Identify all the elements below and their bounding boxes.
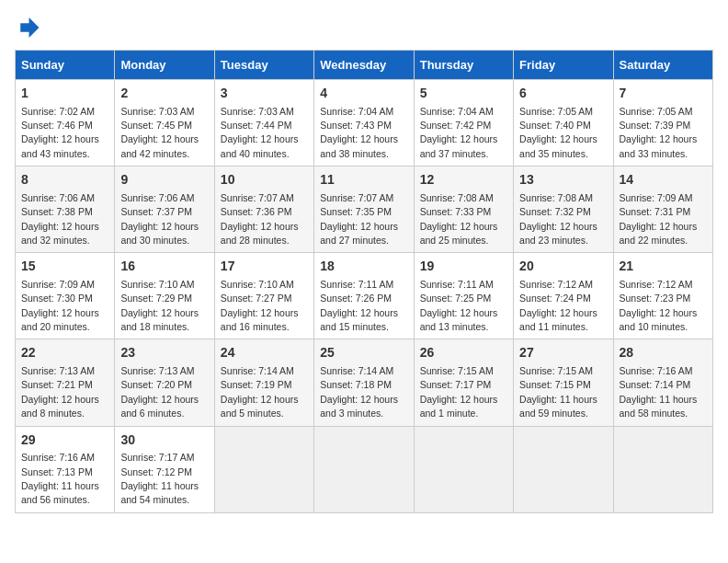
cell-info: Sunrise: 7:15 AMSunset: 7:15 PMDaylight:… (519, 365, 597, 419)
day-number: 2 (120, 85, 208, 103)
calendar-cell (414, 426, 513, 512)
calendar-cell: 18 Sunrise: 7:11 AMSunset: 7:26 PMDaylig… (314, 253, 414, 339)
cell-info: Sunrise: 7:02 AMSunset: 7:46 PMDaylight:… (21, 106, 99, 159)
day-number: 6 (519, 85, 607, 103)
calendar-cell: 6 Sunrise: 7:05 AMSunset: 7:40 PMDayligh… (514, 80, 613, 167)
day-number: 13 (519, 171, 607, 190)
cell-info: Sunrise: 7:03 AMSunset: 7:45 PMDaylight:… (120, 106, 199, 159)
calendar-cell (214, 426, 313, 512)
day-number: 24 (221, 344, 308, 362)
cell-info: Sunrise: 7:15 AMSunset: 7:17 PMDaylight:… (420, 365, 498, 419)
cell-info: Sunrise: 7:03 AMSunset: 7:44 PMDaylight:… (221, 106, 299, 159)
cell-info: Sunrise: 7:14 AMSunset: 7:19 PMDaylight:… (221, 365, 299, 419)
day-number: 12 (420, 171, 507, 190)
day-number: 15 (21, 258, 108, 276)
day-number: 11 (320, 171, 407, 190)
calendar-cell: 28 Sunrise: 7:16 AMSunset: 7:14 PMDaylig… (613, 339, 712, 426)
calendar-cell: 24 Sunrise: 7:14 AMSunset: 7:19 PMDaylig… (214, 339, 313, 426)
day-number: 1 (21, 85, 108, 103)
cell-info: Sunrise: 7:13 AMSunset: 7:20 PMDaylight:… (120, 365, 199, 419)
col-header-saturday: Saturday (613, 51, 712, 80)
cell-info: Sunrise: 7:04 AMSunset: 7:42 PMDaylight:… (420, 106, 498, 159)
cell-info: Sunrise: 7:11 AMSunset: 7:26 PMDaylight:… (320, 279, 398, 332)
day-number: 29 (21, 431, 108, 450)
calendar-cell: 2 Sunrise: 7:03 AMSunset: 7:45 PMDayligh… (115, 80, 214, 167)
calendar-cell: 19 Sunrise: 7:11 AMSunset: 7:25 PMDaylig… (414, 253, 513, 339)
day-number: 16 (120, 258, 208, 276)
day-number: 9 (120, 171, 208, 190)
day-number: 28 (620, 344, 707, 362)
day-number: 5 (420, 85, 507, 103)
cell-info: Sunrise: 7:11 AMSunset: 7:25 PMDaylight:… (420, 279, 498, 332)
day-number: 27 (519, 344, 607, 362)
calendar-cell: 26 Sunrise: 7:15 AMSunset: 7:17 PMDaylig… (414, 339, 513, 426)
day-number: 4 (320, 85, 407, 103)
cell-info: Sunrise: 7:08 AMSunset: 7:33 PMDaylight:… (420, 192, 498, 246)
day-number: 3 (221, 85, 308, 103)
cell-info: Sunrise: 7:08 AMSunset: 7:32 PMDaylight:… (519, 192, 597, 246)
col-header-monday: Monday (115, 51, 214, 80)
cell-info: Sunrise: 7:10 AMSunset: 7:29 PMDaylight:… (120, 279, 199, 332)
calendar-cell (613, 426, 712, 512)
calendar-cell: 1 Sunrise: 7:02 AMSunset: 7:46 PMDayligh… (16, 80, 115, 167)
col-header-wednesday: Wednesday (314, 51, 414, 80)
day-number: 25 (320, 344, 407, 362)
calendar-cell: 13 Sunrise: 7:08 AMSunset: 7:32 PMDaylig… (514, 167, 613, 253)
cell-info: Sunrise: 7:05 AMSunset: 7:40 PMDaylight:… (519, 106, 597, 159)
calendar-cell: 10 Sunrise: 7:07 AMSunset: 7:36 PMDaylig… (214, 167, 313, 253)
cell-info: Sunrise: 7:12 AMSunset: 7:24 PMDaylight:… (519, 279, 597, 332)
calendar-cell: 27 Sunrise: 7:15 AMSunset: 7:15 PMDaylig… (514, 339, 613, 426)
day-number: 14 (620, 171, 707, 190)
calendar-cell: 25 Sunrise: 7:14 AMSunset: 7:18 PMDaylig… (314, 339, 414, 426)
col-header-thursday: Thursday (414, 51, 513, 80)
day-number: 30 (120, 431, 208, 450)
day-number: 22 (21, 344, 108, 362)
col-header-friday: Friday (514, 51, 613, 80)
cell-info: Sunrise: 7:04 AMSunset: 7:43 PMDaylight:… (320, 106, 398, 159)
calendar-cell: 5 Sunrise: 7:04 AMSunset: 7:42 PMDayligh… (414, 80, 513, 167)
calendar-cell: 11 Sunrise: 7:07 AMSunset: 7:35 PMDaylig… (314, 167, 414, 253)
calendar-cell: 3 Sunrise: 7:03 AMSunset: 7:44 PMDayligh… (214, 80, 313, 167)
calendar-cell: 8 Sunrise: 7:06 AMSunset: 7:38 PMDayligh… (16, 167, 115, 253)
day-number: 7 (620, 85, 707, 103)
calendar-week-4: 22 Sunrise: 7:13 AMSunset: 7:21 PMDaylig… (16, 339, 713, 426)
calendar-cell: 9 Sunrise: 7:06 AMSunset: 7:37 PMDayligh… (115, 167, 214, 253)
cell-info: Sunrise: 7:10 AMSunset: 7:27 PMDaylight:… (221, 279, 299, 332)
cell-info: Sunrise: 7:09 AMSunset: 7:30 PMDaylight:… (21, 279, 99, 332)
calendar-week-1: 1 Sunrise: 7:02 AMSunset: 7:46 PMDayligh… (16, 80, 713, 167)
cell-info: Sunrise: 7:06 AMSunset: 7:38 PMDaylight:… (21, 192, 99, 246)
calendar-cell: 16 Sunrise: 7:10 AMSunset: 7:29 PMDaylig… (115, 253, 214, 339)
cell-info: Sunrise: 7:07 AMSunset: 7:36 PMDaylight:… (221, 192, 299, 246)
cell-info: Sunrise: 7:07 AMSunset: 7:35 PMDaylight:… (320, 192, 398, 246)
cell-info: Sunrise: 7:06 AMSunset: 7:37 PMDaylight:… (120, 192, 199, 246)
cell-info: Sunrise: 7:14 AMSunset: 7:18 PMDaylight:… (320, 365, 398, 419)
calendar-cell: 15 Sunrise: 7:09 AMSunset: 7:30 PMDaylig… (16, 253, 115, 339)
calendar-cell (514, 426, 613, 512)
calendar-cell: 14 Sunrise: 7:09 AMSunset: 7:31 PMDaylig… (613, 167, 712, 253)
logo-icon (15, 15, 40, 40)
day-number: 26 (420, 344, 507, 362)
day-number: 20 (519, 258, 607, 276)
day-number: 23 (120, 344, 208, 362)
calendar-week-5: 29 Sunrise: 7:16 AMSunset: 7:13 PMDaylig… (16, 426, 713, 512)
calendar-cell: 17 Sunrise: 7:10 AMSunset: 7:27 PMDaylig… (214, 253, 313, 339)
day-number: 18 (320, 258, 407, 276)
day-number: 21 (620, 258, 707, 276)
day-number: 10 (221, 171, 308, 190)
cell-info: Sunrise: 7:13 AMSunset: 7:21 PMDaylight:… (21, 365, 99, 419)
cell-info: Sunrise: 7:17 AMSunset: 7:12 PMDaylight:… (120, 452, 199, 505)
logo (15, 15, 44, 40)
calendar-cell: 22 Sunrise: 7:13 AMSunset: 7:21 PMDaylig… (16, 339, 115, 426)
cell-info: Sunrise: 7:16 AMSunset: 7:13 PMDaylight:… (21, 452, 99, 505)
day-number: 8 (21, 171, 108, 190)
calendar-cell: 12 Sunrise: 7:08 AMSunset: 7:33 PMDaylig… (414, 167, 513, 253)
calendar-table: SundayMondayTuesdayWednesdayThursdayFrid… (15, 50, 713, 513)
calendar-cell: 21 Sunrise: 7:12 AMSunset: 7:23 PMDaylig… (613, 253, 712, 339)
calendar-cell: 30 Sunrise: 7:17 AMSunset: 7:12 PMDaylig… (115, 426, 214, 512)
header (15, 15, 713, 40)
calendar-cell: 4 Sunrise: 7:04 AMSunset: 7:43 PMDayligh… (314, 80, 414, 167)
cell-info: Sunrise: 7:16 AMSunset: 7:14 PMDaylight:… (620, 365, 698, 419)
day-number: 19 (420, 258, 507, 276)
calendar-cell: 7 Sunrise: 7:05 AMSunset: 7:39 PMDayligh… (613, 80, 712, 167)
cell-info: Sunrise: 7:05 AMSunset: 7:39 PMDaylight:… (620, 106, 698, 159)
